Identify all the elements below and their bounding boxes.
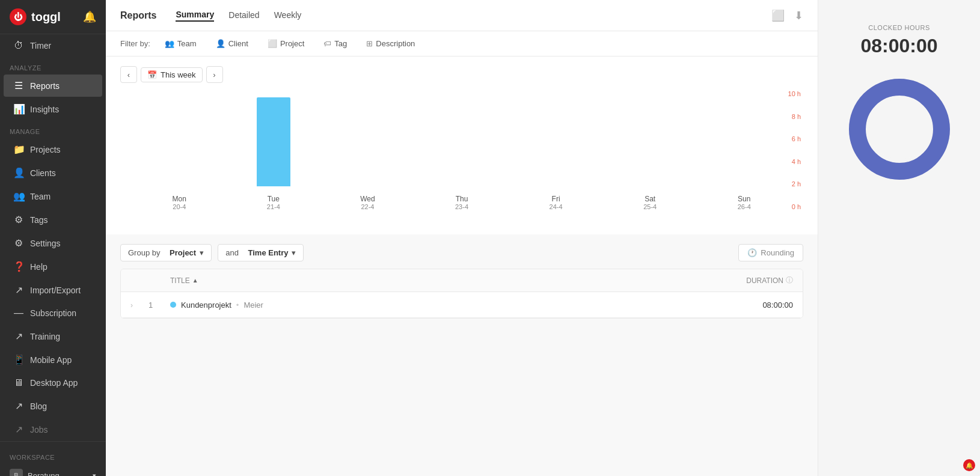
row-expand[interactable]: › [130, 299, 149, 310]
donut-chart [845, 75, 954, 183]
page-title: Reports [120, 10, 156, 21]
sidebar-item-desktop-app[interactable]: 🖥 Desktop App [4, 372, 102, 394]
project-name: Kundenprojekt [181, 301, 231, 310]
sidebar-item-label: Insights [30, 105, 59, 114]
top-bar: Reports Summary Detailed Weekly ⬜ ⬇ [106, 0, 818, 31]
group-by-label: Group by [128, 248, 160, 257]
filter-client[interactable]: 👤 Client [211, 37, 253, 50]
col-day-label: Sat [643, 195, 657, 203]
filter-project-label: Project [280, 39, 304, 48]
calendar-icon: 📅 [147, 70, 157, 79]
settings-icon: ⚙ [13, 237, 24, 249]
filter-description-label: Description [376, 39, 415, 48]
filter-client-label: Client [228, 39, 248, 48]
rounding-button[interactable]: 🕐 Rounding [738, 244, 803, 261]
reports-icon: ☰ [13, 80, 24, 91]
sidebar-item-training[interactable]: ↗ Training [4, 325, 102, 347]
download-button[interactable]: ⬇ [794, 9, 803, 22]
right-panel: CLOCKED HOURS 08:00:00 🔔 [818, 0, 980, 476]
clocked-hours-label: CLOCKED HOURS [868, 24, 929, 31]
time-entry-chevron-icon: ▾ [292, 248, 296, 257]
sidebar-item-label: Help [30, 262, 47, 272]
sidebar-item-label: Training [30, 332, 60, 341]
col-duration-header[interactable]: DURATION ⓘ [721, 275, 793, 285]
filter-tag[interactable]: 🏷 Tag [319, 37, 352, 50]
sidebar-item-clients[interactable]: 👤 Clients [4, 162, 102, 184]
manage-section-label: MANAGE [0, 121, 106, 138]
timer-icon: ⏱ [13, 40, 24, 51]
sidebar-item-jobs[interactable]: ↗ Jobs [4, 418, 102, 441]
sidebar-item-label: Projects [30, 145, 61, 154]
top-bar-actions: ⬜ ⬇ [771, 9, 803, 22]
sidebar-item-tags[interactable]: ⚙ Tags [4, 209, 102, 231]
sidebar-item-label: Clients [30, 168, 56, 178]
sidebar-item-label: Mobile App [30, 355, 72, 365]
project-separator: • [236, 301, 239, 310]
sidebar: ⏻ toggl 🔔 ⏱ Timer ANALYZE ☰ Reports 📊 In… [0, 0, 106, 476]
sort-icon: ▲ [192, 277, 198, 284]
panel-toolbar: Group by Project ▾ and Time Entry ▾ 🕐 Ro… [120, 244, 803, 261]
import-export-icon: ↗ [13, 284, 24, 296]
tab-summary[interactable]: Summary [176, 10, 214, 22]
project-sub: Meier [243, 301, 263, 310]
main-content: Reports Summary Detailed Weekly ⬜ ⬇ Filt… [106, 0, 818, 476]
sidebar-item-mobile-app[interactable]: 📱 Mobile App [4, 349, 102, 371]
description-filter-icon: ⊞ [366, 39, 373, 48]
filter-tag-label: Tag [334, 39, 347, 48]
chart-column-wed: Wed22-4 [320, 186, 415, 210]
sidebar-item-help[interactable]: ❓ Help [4, 255, 102, 278]
download-icon: ⬇ [794, 10, 803, 22]
chart-column-sat: Sat25-4 [603, 186, 697, 210]
save-report-button[interactable]: ⬜ [771, 9, 785, 22]
project-filter-icon: ⬜ [268, 39, 277, 48]
prev-date-button[interactable]: ‹ [120, 66, 137, 83]
sidebar-item-import-export[interactable]: ↗ Import/Export [4, 279, 102, 301]
sidebar-item-team[interactable]: 👥 Team [4, 185, 102, 207]
sidebar-bottom: WORKSPACE B Beratung ▾ [0, 441, 106, 476]
time-entry-dropdown[interactable]: and Time Entry ▾ [218, 244, 304, 261]
sidebar-item-projects[interactable]: 📁 Projects [4, 138, 102, 160]
sidebar-item-reports[interactable]: ☰ Reports [4, 75, 102, 97]
group-by-value: Project [170, 248, 196, 257]
filter-project[interactable]: ⬜ Project [263, 37, 309, 50]
workspace-selector[interactable]: B Beratung ▾ [0, 463, 106, 476]
clocked-hours-value: 08:00:00 [860, 35, 937, 57]
data-table: TITLE ▲ DURATION ⓘ › 1 Kundenprojekt • M… [120, 269, 803, 319]
filter-team-label: Team [177, 39, 197, 48]
filter-team[interactable]: 👥 Team [160, 37, 201, 50]
sidebar-item-insights[interactable]: 📊 Insights [4, 98, 102, 120]
sidebar-item-settings[interactable]: ⚙ Settings [4, 232, 102, 254]
sidebar-item-label: Settings [30, 239, 61, 248]
sidebar-item-subscription[interactable]: — Subscription [4, 302, 102, 324]
tab-weekly[interactable]: Weekly [274, 10, 302, 21]
chart-section: ‹ 📅 This week › Mon20-4Tue21-4Wed22-4Thu… [106, 56, 818, 234]
chart-column-mon: Mon20-4 [132, 186, 227, 210]
table-row[interactable]: › 1 Kundenprojekt • Meier 08:00:00 [121, 292, 803, 318]
training-icon: ↗ [13, 331, 24, 342]
workspace-section-label: WORKSPACE [0, 447, 106, 463]
projects-icon: 📁 [13, 144, 24, 155]
notification-bell-icon[interactable]: 🔔 [83, 10, 96, 23]
sidebar-item-blog[interactable]: ↗ Blog [4, 395, 102, 417]
col-day-label: Sun [738, 195, 751, 203]
col-title-header[interactable]: TITLE ▲ [170, 276, 721, 285]
next-date-button[interactable]: › [206, 66, 223, 83]
sidebar-item-timer[interactable]: ⏱ Timer [4, 35, 102, 56]
analyze-section-label: ANALYZE [0, 57, 106, 74]
clients-icon: 👤 [13, 167, 24, 178]
sidebar-item-label: Desktop App [30, 378, 78, 388]
col-date-label: 24-4 [550, 203, 563, 210]
desktop-app-icon: 🖥 [13, 377, 24, 388]
donut-inner [869, 99, 929, 159]
mobile-app-icon: 📱 [13, 354, 24, 365]
logo[interactable]: ⏻ toggl [10, 8, 61, 25]
filter-description[interactable]: ⊞ Description [361, 37, 420, 50]
group-by-dropdown[interactable]: Group by Project ▾ [120, 244, 212, 261]
col-day-label: Wed [360, 195, 375, 203]
row-number: 1 [149, 301, 170, 310]
date-range-picker[interactable]: 📅 This week [141, 67, 203, 82]
duration-info-icon[interactable]: ⓘ [786, 275, 793, 285]
tab-detailed[interactable]: Detailed [228, 10, 259, 21]
client-filter-icon: 👤 [216, 39, 225, 48]
sidebar-item-label: Blog [30, 401, 47, 411]
